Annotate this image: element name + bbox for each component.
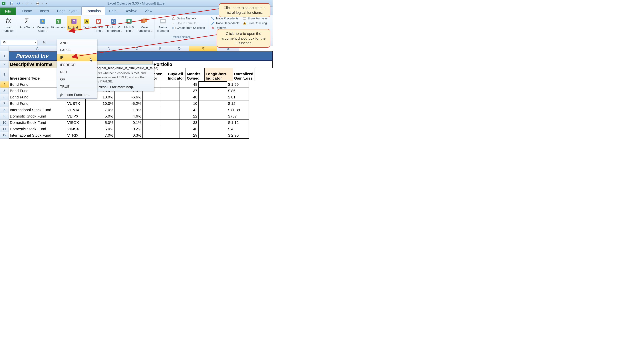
col-header-O[interactable]: O — [123, 46, 151, 51]
cell-s[interactable]: $ (1,38 — [227, 107, 249, 113]
select-all-corner[interactable] — [0, 46, 9, 51]
cell-type[interactable]: Domestic Stock Fund — [9, 126, 66, 132]
save-icon[interactable] — [9, 1, 14, 6]
cell-p[interactable] — [161, 107, 180, 113]
cell-symbol[interactable]: VISGX — [66, 119, 86, 126]
cell-r[interactable] — [198, 81, 227, 88]
more-functions-button[interactable]: MoreFunctions ▾ — [136, 16, 153, 33]
row-header-2[interactable]: 2 — [0, 61, 9, 68]
undo-icon[interactable] — [16, 1, 21, 6]
cell-symbol[interactable]: VUSTX — [66, 100, 86, 107]
fx-button[interactable]: fx — [43, 40, 46, 44]
cell-m[interactable]: 7.0% — [86, 107, 115, 113]
tab-formulas[interactable]: Formulas — [82, 6, 105, 15]
cell-symbol[interactable]: VEIPX — [66, 113, 86, 119]
cell-o[interactable] — [143, 94, 161, 100]
autosum-button[interactable]: ΣAutoSum ▾ — [18, 16, 35, 30]
tab-home[interactable]: Home — [18, 7, 36, 15]
undo-dropdown-icon[interactable]: ▾ — [22, 2, 23, 4]
row-header-4[interactable]: 4 — [0, 81, 9, 88]
cell-r[interactable] — [198, 94, 227, 100]
dd-true[interactable]: TRUE — [57, 83, 97, 90]
col-header-R[interactable]: R — [189, 46, 217, 51]
col-header-N[interactable]: N — [95, 46, 123, 51]
row-header-10[interactable]: 10 — [0, 119, 9, 126]
cell-type[interactable]: International Stock Fund — [9, 132, 66, 139]
create-from-selection-link[interactable]: Create from Selection — [171, 26, 206, 30]
cell-s[interactable]: $ 12 — [227, 100, 249, 107]
cell-s[interactable]: $ 1,12 — [227, 119, 249, 126]
cell-q[interactable]: 22 — [180, 113, 198, 119]
cell-q[interactable]: 46 — [180, 126, 198, 132]
cell-s[interactable]: $ 1,69 — [227, 81, 249, 88]
row-header-6[interactable]: 6 — [0, 94, 9, 100]
cell-o[interactable] — [143, 113, 161, 119]
recently-used-button[interactable]: RecentlyUsed ▾ — [36, 16, 50, 33]
lookup-button[interactable]: Lookup &Reference ▾ — [104, 16, 123, 33]
cell-o[interactable] — [143, 119, 161, 126]
cell-type[interactable]: Bond Fund — [9, 100, 66, 107]
cell-type[interactable]: Domestic Stock Fund — [9, 113, 66, 119]
insert-function-button[interactable]: fx InsertFunction — [2, 16, 16, 33]
name-manager-button[interactable]: NameManager — [156, 16, 170, 33]
cell-r[interactable] — [198, 132, 227, 139]
row-header-1[interactable]: 1 — [0, 51, 9, 61]
dd-not[interactable]: NOT — [57, 68, 97, 76]
cell-p[interactable] — [161, 132, 180, 139]
row-header-7[interactable]: 7 — [0, 100, 9, 107]
tab-review[interactable]: Review — [121, 7, 141, 15]
row-header-5[interactable]: 5 — [0, 88, 9, 94]
math-trig-button[interactable]: θMath &Trig ▾ — [123, 16, 135, 33]
cell-n[interactable]: 0.1% — [115, 119, 143, 126]
cell-q[interactable]: 37 — [180, 88, 198, 94]
cell-q[interactable]: 48 — [180, 94, 198, 100]
cell-n[interactable]: -5.2% — [115, 100, 143, 107]
row-header-3[interactable]: 3 — [0, 68, 9, 81]
date-time-button[interactable]: Date &Time ▾ — [92, 16, 104, 33]
dd-and[interactable]: AND — [57, 39, 97, 47]
cell-p[interactable] — [161, 100, 180, 107]
redo-dropdown-icon[interactable]: ▾ — [31, 2, 32, 4]
cell-symbol[interactable]: VIMSX — [66, 126, 86, 132]
row-header-11[interactable]: 11 — [0, 126, 9, 132]
cell-symbol[interactable]: VDMIX — [66, 107, 86, 113]
cell-q[interactable]: 42 — [180, 107, 198, 113]
cell-p[interactable] — [161, 88, 180, 94]
cell-o[interactable] — [143, 100, 161, 107]
cell-p[interactable] — [161, 94, 180, 100]
financial-button[interactable]: $Financial ▾ — [50, 16, 66, 30]
cell-q[interactable]: 33 — [180, 119, 198, 126]
name-box[interactable]: R4▾ — [1, 40, 38, 45]
cell-m[interactable]: 5.0% — [86, 126, 115, 132]
cell-n[interactable]: 0.3% — [115, 132, 143, 139]
cell-m[interactable]: 7.0% — [86, 132, 115, 139]
cell-r[interactable] — [198, 107, 227, 113]
cell-q[interactable]: 10 — [180, 100, 198, 107]
print-dropdown-icon[interactable]: ▾ — [42, 2, 43, 4]
cell-s[interactable]: $ 81 — [227, 94, 249, 100]
cell-type[interactable]: International Stock Fund — [9, 107, 66, 113]
cell-p[interactable] — [161, 81, 180, 88]
logical-button[interactable]: ?Logical ▾ — [67, 16, 81, 30]
cell-symbol[interactable]: VTRIX — [66, 132, 86, 139]
cell-type[interactable]: Domestic Stock Fund — [9, 119, 66, 126]
text-button[interactable]: AText ▾ — [81, 16, 92, 30]
cell-r[interactable] — [198, 113, 227, 119]
cell-o[interactable] — [143, 126, 161, 132]
dd-false[interactable]: FALSE — [57, 47, 97, 54]
cell-n[interactable]: -6.6% — [115, 94, 143, 100]
cell-r[interactable] — [198, 100, 227, 107]
namebox-dropdown-icon[interactable]: ▾ — [35, 41, 36, 43]
cell-s[interactable]: $ (37 — [227, 113, 249, 119]
redo-icon[interactable] — [25, 1, 30, 6]
row-header-9[interactable]: 9 — [0, 113, 9, 119]
cell-s[interactable]: $ 2.90 — [227, 132, 249, 139]
row-header-8[interactable]: 8 — [0, 107, 9, 113]
print-icon[interactable] — [35, 1, 40, 6]
col-header-Q[interactable]: Q — [170, 46, 189, 51]
define-name-link[interactable]: Define Name ▾ — [171, 16, 206, 21]
cell-r[interactable] — [198, 88, 227, 94]
row-header-12[interactable]: 12 — [0, 132, 9, 139]
cell-n[interactable]: -0.2% — [115, 126, 143, 132]
col-header-P[interactable]: P — [151, 46, 170, 51]
